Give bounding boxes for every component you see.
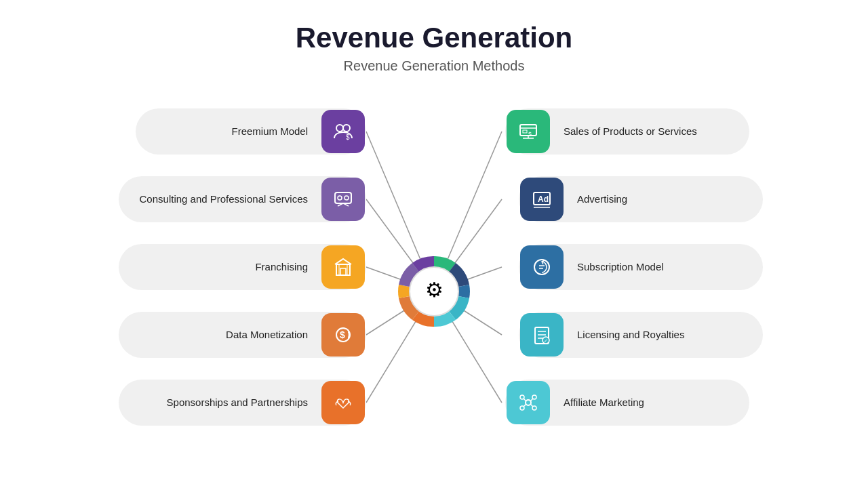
sponsorships-label: Sponsorships and Partnerships xyxy=(155,396,320,409)
svg-text:⚙: ⚙ xyxy=(425,279,443,301)
svg-rect-20 xyxy=(340,268,346,275)
licensing-icon: ✓ xyxy=(520,313,564,357)
center-wheel: ⚙ xyxy=(393,251,475,332)
svg-line-51 xyxy=(530,404,533,407)
svg-point-13 xyxy=(336,125,343,131)
freemium-icon: $ xyxy=(321,110,365,153)
data-icon: $ xyxy=(321,313,365,357)
consulting-icon xyxy=(321,178,365,221)
affiliate-icon xyxy=(507,381,550,424)
sales-icon: $ xyxy=(507,110,550,153)
svg-text:$: $ xyxy=(528,131,532,138)
sub-title: Revenue Generation Methods xyxy=(0,58,868,74)
item-data: $ Data Monetization xyxy=(119,312,366,358)
item-sponsorships: Sponsorships and Partnerships xyxy=(119,380,366,426)
svg-rect-19 xyxy=(336,264,350,275)
svg-text:Ad: Ad xyxy=(538,195,549,204)
item-licensing: ✓ Licensing and Royalties xyxy=(519,312,763,358)
subscription-icon xyxy=(520,245,564,289)
item-freemium: $ Freemium Model xyxy=(136,108,366,155)
item-affiliate: Affiliate Marketing xyxy=(505,380,749,426)
diagram: ⚙ $ Freemium Model Consulting and Profes… xyxy=(0,95,868,488)
sponsorships-icon xyxy=(321,381,365,424)
svg-point-18 xyxy=(344,196,349,200)
item-consulting: Consulting and Professional Services xyxy=(119,176,366,222)
franchising-label: Franchising xyxy=(243,260,320,274)
franchising-icon xyxy=(321,245,365,289)
svg-point-14 xyxy=(343,125,350,131)
svg-text:$: $ xyxy=(346,134,350,141)
advertising-label: Advertising xyxy=(565,192,639,206)
main-title: Revenue Generation xyxy=(0,22,868,54)
item-sales: $ Sales of Products or Services xyxy=(505,108,749,155)
advertising-icon: Ad xyxy=(520,178,564,221)
svg-text:$: $ xyxy=(340,329,345,340)
item-subscription: Subscription Model xyxy=(519,244,763,290)
freemium-label: Freemium Model xyxy=(219,125,320,138)
svg-line-48 xyxy=(524,399,526,401)
item-advertising: Ad Advertising xyxy=(519,176,763,222)
header: Revenue Generation Revenue Generation Me… xyxy=(0,0,868,74)
data-label: Data Monetization xyxy=(214,328,320,342)
svg-rect-27 xyxy=(523,130,527,133)
svg-line-50 xyxy=(524,404,526,407)
affiliate-label: Affiliate Marketing xyxy=(551,396,656,409)
svg-line-49 xyxy=(530,399,533,401)
consulting-label: Consulting and Professional Services xyxy=(127,192,320,206)
subscription-label: Subscription Model xyxy=(565,260,676,274)
svg-point-17 xyxy=(338,196,342,200)
item-franchising: Franchising xyxy=(119,244,366,290)
sales-label: Sales of Products or Services xyxy=(551,125,709,138)
licensing-label: Licensing and Royalties xyxy=(565,328,696,342)
svg-text:✓: ✓ xyxy=(544,338,548,343)
